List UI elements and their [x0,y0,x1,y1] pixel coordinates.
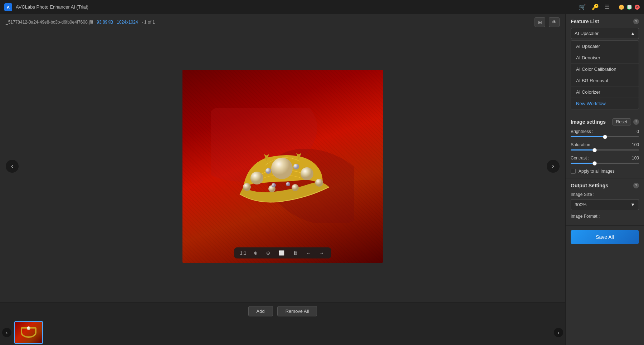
apply-all-label: Apply to all images [579,169,615,174]
cart-icon[interactable]: 🛒 [579,4,586,10]
image-viewer: _51778412-0a24-49e8-bc3b-d6fb0e4f7608.jf… [0,14,565,345]
feature-list-section: Feature List ? AI Upscaler ▲ AI Upscaler… [566,14,644,114]
apply-all-row: Apply to all images [571,169,639,174]
output-settings-help-icon[interactable]: ? [633,183,639,188]
zoom-out-button[interactable]: ⊖ [265,250,272,256]
svg-point-11 [272,183,276,187]
svg-point-12 [286,182,290,186]
image-display-area: ‹ [0,30,565,302]
feature-item-ai-upscaler[interactable]: AI Upscaler [571,41,639,52]
image-counter: - 1 of 1 [142,20,155,25]
image-size-row: Image Size : [571,192,639,197]
feature-item-ai-bg-removal[interactable]: AI BG Removal [571,75,639,87]
svg-point-5 [243,183,251,191]
file-info-bar: _51778412-0a24-49e8-bc3b-d6fb0e4f7608.jf… [0,14,565,30]
contrast-slider-track[interactable] [571,163,639,164]
app-title: AVCLabs Photo Enhancer AI (Trial) [16,4,579,10]
crop-button[interactable]: ⬜ [277,250,286,256]
crop-view-button[interactable]: ⊞ [535,17,545,27]
feature-item-ai-color-calibration[interactable]: AI Color Calibration [571,64,639,75]
dimensions: 1024x1024 [117,20,138,25]
bottom-bar: Add Remove All ‹ › [0,302,565,345]
feature-list-header: Feature List ? [571,19,639,24]
brightness-slider-fill [571,136,605,137]
svg-point-2 [271,158,293,179]
bottom-actions: Add Remove All [0,302,565,320]
image-size-value: 300% [575,202,586,207]
feature-item-ai-colorizer[interactable]: AI Colorizer [571,87,639,98]
prev-image-button[interactable]: ‹ [6,160,19,173]
close-button[interactable]: ✕ [635,5,640,10]
brightness-value: 0 [628,129,639,134]
image-size-label: Image Size : [571,192,595,197]
image-format-row: Image Format : [571,214,639,219]
feature-selected-label: AI Upscaler [575,31,599,36]
image-settings-header: Image settings Reset ? [571,118,639,125]
svg-point-8 [315,179,323,187]
svg-point-9 [265,168,271,174]
thumbnail-item[interactable] [14,321,43,344]
reset-button[interactable]: Reset [612,118,631,125]
brightness-slider-track[interactable] [571,136,639,137]
output-settings-title: Output Settings [571,183,608,188]
filename: _51778412-0a24-49e8-bc3b-d6fb0e4f7608.jf… [6,20,93,25]
brightness-control: Brightness : 0 [571,129,639,137]
main-image: 1:1 ⊕ ⊖ ⬜ 🗑 ← → [182,70,383,263]
saturation-value: 100 [628,142,639,147]
next-toolbar-button[interactable]: → [318,250,326,256]
add-button[interactable]: Add [248,306,273,316]
delete-button[interactable]: 🗑 [292,250,299,256]
preview-button[interactable]: 👁 [549,17,560,27]
output-settings-section: Output Settings ? Image Size : 300% ▼ Im… [566,178,644,226]
titlebar-controls: 🛒 🔑 ☰ — ⬜ ✕ [579,4,640,10]
contrast-control: Contrast : 100 [571,156,639,164]
zoom-in-button[interactable]: ⊕ [252,250,259,256]
thumb-next-button[interactable]: › [554,328,563,337]
image-settings-title: Image settings [571,119,606,125]
saturation-label: Saturation : [571,142,592,147]
ring-thumb-shape [21,327,36,338]
brightness-label: Brightness : [571,129,593,134]
remove-all-button[interactable]: Remove All [277,306,317,316]
prev-toolbar-button[interactable]: ← [305,250,312,256]
brightness-slider-thumb[interactable] [603,135,607,139]
minimize-button[interactable]: — [619,5,624,10]
ring-artwork [211,108,354,224]
image-size-dropdown[interactable]: 300% ▼ [571,199,639,210]
dropdown-arrow-icon: ▲ [630,31,635,36]
svg-point-10 [293,164,299,169]
next-image-button[interactable]: › [547,160,560,173]
feature-list-help-icon[interactable]: ? [633,19,639,24]
image-toolbar: 1:1 ⊕ ⊖ ⬜ 🗑 ← → [234,247,331,258]
saturation-slider-thumb[interactable] [592,148,597,152]
maximize-button[interactable]: ⬜ [627,5,632,10]
saturation-row: Saturation : 100 [571,142,639,147]
save-all-button[interactable]: Save All [571,230,639,244]
main-content: _51778412-0a24-49e8-bc3b-d6fb0e4f7608.jf… [0,14,644,345]
new-workflow-button[interactable]: New Workflow [571,98,639,109]
right-panel: Feature List ? AI Upscaler ▲ AI Upscaler… [565,14,644,345]
ring-thumb-pearl [27,326,30,330]
thumb-prev-button[interactable]: ‹ [2,328,11,337]
apply-all-checkbox[interactable] [571,169,576,174]
svg-point-7 [292,184,299,191]
ring-svg [211,108,354,223]
contrast-slider-thumb[interactable] [592,161,597,166]
output-settings-header: Output Settings ? [571,183,639,188]
svg-point-3 [250,172,263,184]
image-settings-help-icon[interactable]: ? [633,119,639,125]
saturation-control: Saturation : 100 [571,142,639,151]
feature-dropdown[interactable]: AI Upscaler ▲ [571,28,639,39]
feature-list-title: Feature List [571,19,599,24]
filesize: 93.89KB [97,20,113,25]
menu-icon[interactable]: ☰ [605,4,610,10]
brightness-row: Brightness : 0 [571,129,639,134]
zoom-reset-button[interactable]: 1:1 [240,250,246,256]
key-icon[interactable]: 🔑 [592,4,599,10]
feature-item-ai-denoiser[interactable]: AI Denoiser [571,52,639,64]
image-size-dropdown-arrow: ▼ [630,202,635,207]
image-settings-section: Image settings Reset ? Brightness : 0 [566,114,644,178]
contrast-row: Contrast : 100 [571,156,639,161]
saturation-slider-track[interactable] [571,149,639,151]
contrast-slider-fill [571,163,595,164]
